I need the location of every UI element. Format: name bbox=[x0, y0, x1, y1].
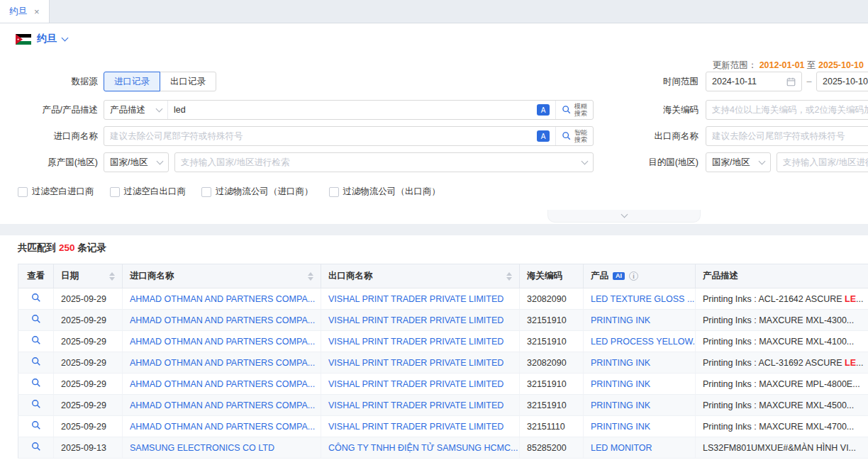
importer-link[interactable]: AHMAD OTHMAN AND PARTNERS COMPA... bbox=[123, 416, 321, 437]
product-field-select[interactable]: 产品描述 bbox=[104, 101, 168, 119]
checkbox-filter-logistics-importer[interactable]: 过滤物流公司（进口商） bbox=[201, 186, 313, 198]
collapse-form-button[interactable] bbox=[547, 210, 701, 223]
hs-code-label: 海关编码 bbox=[621, 100, 699, 120]
view-search-icon[interactable] bbox=[31, 314, 41, 324]
importer-link[interactable]: AHMAD OTHMAN AND PARTNERS COMPA... bbox=[123, 352, 321, 374]
close-tab-icon[interactable]: × bbox=[34, 7, 40, 16]
smart-search-toggle[interactable]: 智能 搜索 bbox=[555, 127, 593, 145]
importer-search-group: A 智能 搜索 bbox=[104, 126, 594, 146]
exporter-input[interactable] bbox=[706, 127, 868, 145]
product-desc-cell: Printing Inks : MAXCURE MXL-4100... bbox=[696, 331, 868, 352]
view-search-icon[interactable] bbox=[31, 420, 41, 430]
origin-country-label: 原产国(地区) bbox=[6, 152, 98, 172]
checkbox-icon[interactable] bbox=[201, 187, 211, 197]
tab-import-records[interactable]: 进口记录 bbox=[104, 72, 160, 91]
hs-code-field bbox=[706, 100, 868, 120]
tab-export-records[interactable]: 出口记录 bbox=[160, 72, 216, 91]
view-search-icon[interactable] bbox=[31, 442, 41, 451]
product-search-input[interactable] bbox=[168, 101, 537, 119]
translate-icon[interactable]: A bbox=[537, 130, 550, 142]
importer-link[interactable]: SAMSUNG ELECTRONICS CO LTD bbox=[123, 437, 321, 459]
col-date[interactable]: 日期 bbox=[54, 264, 123, 288]
col-exporter[interactable]: 出口商名称 bbox=[321, 264, 520, 288]
destination-country-select[interactable]: 国家/地区 bbox=[706, 152, 771, 172]
table-body: 2025-09-29AHMAD OTHMAN AND PARTNERS COMP… bbox=[18, 288, 868, 459]
search-icon bbox=[562, 131, 572, 141]
hs-code-cell: 32082090 bbox=[520, 352, 584, 374]
importer-link[interactable]: AHMAD OTHMAN AND PARTNERS COMPA... bbox=[123, 395, 321, 416]
view-cell[interactable] bbox=[18, 374, 54, 395]
table-row: 2025-09-29AHMAD OTHMAN AND PARTNERS COMP… bbox=[18, 395, 868, 416]
tab-bar: 约旦 × bbox=[0, 0, 868, 23]
origin-country-select[interactable]: 国家/地区 bbox=[104, 152, 169, 172]
exporter-link[interactable]: VISHAL PRINT TRADER PRIVATE LIMITED bbox=[321, 374, 520, 395]
view-search-icon[interactable] bbox=[31, 357, 41, 366]
col-product: 产品 AI i bbox=[584, 264, 696, 288]
chevron-down-icon bbox=[157, 157, 164, 164]
view-search-icon[interactable] bbox=[31, 293, 41, 303]
fuzzy-search-toggle[interactable]: 模糊 搜索 bbox=[555, 101, 593, 119]
view-cell[interactable] bbox=[18, 437, 54, 459]
col-view: 查看 bbox=[18, 264, 54, 288]
exporter-link[interactable]: VISHAL PRINT TRADER PRIVATE LIMITED bbox=[321, 416, 520, 437]
product-link[interactable]: PRINTING INK bbox=[584, 395, 696, 416]
col-importer[interactable]: 进口商名称 bbox=[123, 264, 321, 288]
importer-link[interactable]: AHMAD OTHMAN AND PARTNERS COMPA... bbox=[123, 331, 321, 352]
origin-country-input[interactable] bbox=[175, 153, 582, 172]
filter-checkbox-row: 过滤空白进口商 过滤空白出口商 过滤物流公司（进口商） 过滤物流公司（出口商） bbox=[18, 186, 440, 198]
product-link[interactable]: PRINTING INK bbox=[584, 352, 696, 374]
exporter-link[interactable]: VISHAL PRINT TRADER PRIVATE LIMITED bbox=[321, 395, 520, 416]
view-search-icon[interactable] bbox=[31, 335, 41, 345]
view-cell[interactable] bbox=[18, 395, 54, 416]
checkbox-filter-logistics-exporter[interactable]: 过滤物流公司（出口商） bbox=[329, 186, 441, 198]
importer-link[interactable]: AHMAD OTHMAN AND PARTNERS COMPA... bbox=[123, 310, 321, 331]
date-to-input[interactable]: 2025-10-10 bbox=[816, 72, 868, 91]
importer-input[interactable] bbox=[104, 127, 537, 145]
col-product-label: 产品 bbox=[591, 270, 608, 282]
exporter-link[interactable]: VISHAL PRINT TRADER PRIVATE LIMITED bbox=[321, 310, 520, 331]
sort-icon[interactable] bbox=[308, 272, 313, 281]
exporter-link[interactable]: VISHAL PRINT TRADER PRIVATE LIMITED bbox=[321, 288, 520, 310]
sort-icon[interactable] bbox=[506, 272, 512, 281]
view-search-icon[interactable] bbox=[31, 378, 41, 388]
summary-prefix: 共匹配到 bbox=[18, 242, 56, 253]
checkbox-icon[interactable] bbox=[18, 187, 28, 197]
exporter-link[interactable]: CÔNG TY TNHH ĐIỆN TỬ SAMSUNG HCMC... bbox=[321, 437, 520, 459]
product-link[interactable]: LED TEXTURE GLOSS ... bbox=[584, 288, 696, 310]
view-cell[interactable] bbox=[18, 416, 54, 437]
hs-code-cell: 32151910 bbox=[520, 395, 584, 416]
exporter-link[interactable]: VISHAL PRINT TRADER PRIVATE LIMITED bbox=[321, 352, 520, 374]
table-row: 2025-09-29AHMAD OTHMAN AND PARTNERS COMP… bbox=[18, 374, 868, 395]
product-link[interactable]: PRINTING INK bbox=[584, 310, 696, 331]
product-link[interactable]: PRINTING INK bbox=[584, 416, 696, 437]
date-from-input[interactable]: 2024-10-11 bbox=[706, 72, 802, 91]
checkbox-icon[interactable] bbox=[329, 187, 339, 197]
view-cell[interactable] bbox=[18, 352, 54, 374]
translate-icon[interactable]: A bbox=[537, 104, 550, 116]
destination-country-input[interactable] bbox=[777, 153, 868, 172]
product-link[interactable]: LED MONITOR bbox=[584, 437, 696, 459]
checkbox-filter-blank-exporter[interactable]: 过滤空白出口商 bbox=[110, 186, 187, 198]
importer-link[interactable]: AHMAD OTHMAN AND PARTNERS COMPA... bbox=[123, 288, 321, 310]
view-search-icon[interactable] bbox=[31, 399, 41, 409]
hs-code-cell: 32151910 bbox=[520, 331, 584, 352]
date-from-value: 2024-10-11 bbox=[712, 77, 757, 86]
view-cell[interactable] bbox=[18, 288, 54, 310]
info-icon[interactable]: i bbox=[629, 271, 638, 281]
checkbox-filter-blank-importer[interactable]: 过滤空白进口商 bbox=[18, 186, 94, 198]
update-range-to: 2025-10-10 bbox=[818, 60, 864, 70]
date-cell: 2025-09-29 bbox=[54, 395, 123, 416]
checkbox-icon[interactable] bbox=[110, 187, 120, 197]
product-link[interactable]: LED PROCESS YELLOW... bbox=[584, 331, 696, 352]
importer-link[interactable]: AHMAD OTHMAN AND PARTNERS COMPA... bbox=[123, 374, 321, 395]
product-link[interactable]: PRINTING INK bbox=[584, 374, 696, 395]
view-cell[interactable] bbox=[18, 310, 54, 331]
hs-code-input[interactable] bbox=[706, 101, 868, 119]
view-cell[interactable] bbox=[18, 331, 54, 352]
country-selector[interactable]: 约旦 bbox=[16, 33, 67, 45]
destination-country-label: 目的国(地区) bbox=[621, 152, 699, 172]
exporter-link[interactable]: VISHAL PRINT TRADER PRIVATE LIMITED bbox=[321, 331, 520, 352]
sort-icon[interactable] bbox=[109, 272, 115, 281]
tab-jordan[interactable]: 约旦 × bbox=[0, 0, 50, 23]
destination-select-value: 国家/地区 bbox=[712, 157, 750, 169]
